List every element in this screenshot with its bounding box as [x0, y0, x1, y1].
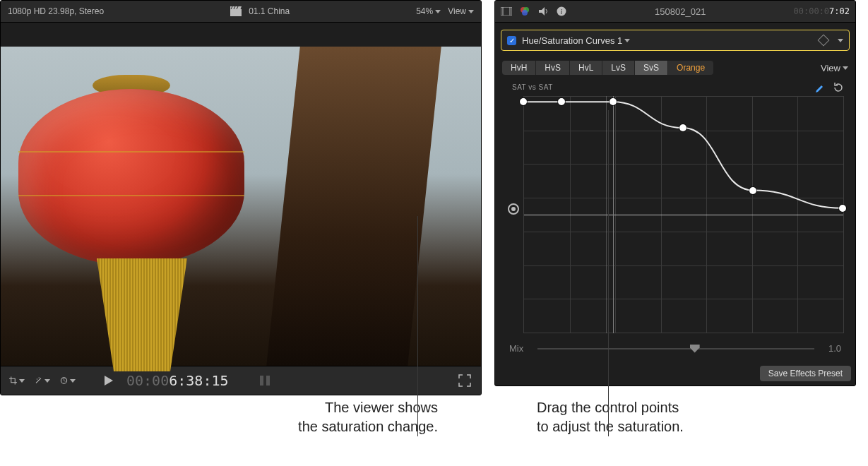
chevron-down-icon: [70, 379, 76, 383]
callout-right: Drag the control points to adjust the sa…: [537, 398, 819, 436]
callout-leader-left: [417, 216, 418, 436]
effect-header[interactable]: ✓ Hue/Saturation Curves 1: [501, 30, 850, 51]
inspector-topbar: i 150802_021 00:00:07:02: [495, 1, 855, 23]
audio-inspector-icon[interactable]: [537, 6, 549, 17]
info-inspector-icon[interactable]: i: [556, 6, 567, 17]
curve-label: SAT vs SAT: [512, 83, 553, 91]
retime-menu[interactable]: [60, 373, 76, 388]
mix-row: Mix 1.0: [495, 340, 855, 357]
tab-hvl[interactable]: HvL: [570, 61, 602, 75]
clip-format: 1080p HD 23.98p, Stereo: [8, 6, 104, 16]
tab-lvs[interactable]: LvS: [602, 61, 635, 75]
viewer-canvas[interactable]: [1, 47, 481, 366]
clip-name: 01.1 China: [249, 6, 290, 16]
svg-point-5: [37, 378, 37, 379]
viewer-panel: 1080p HD 23.98p, Stereo 01.1 China 54% V…: [0, 0, 482, 395]
svg-rect-10: [266, 376, 270, 386]
chevron-down-icon: [19, 379, 25, 383]
svg-marker-17: [539, 7, 545, 16]
video-inspector-icon[interactable]: [501, 6, 512, 17]
curve-control-point[interactable]: [520, 98, 527, 105]
inspector-view-menu[interactable]: View: [821, 63, 848, 73]
svg-rect-9: [260, 376, 263, 386]
mix-slider[interactable]: [537, 344, 814, 354]
svg-point-6: [39, 377, 40, 378]
effect-name-menu[interactable]: Hue/Saturation Curves 1: [522, 35, 630, 46]
inspector-panel: i 150802_021 00:00:07:02 ✓ Hue/Saturatio…: [494, 0, 856, 386]
viewer-timecode[interactable]: 00:006:38:15: [126, 372, 229, 389]
curve-control-point[interactable]: [839, 205, 846, 212]
callout-left: The viewer shows the saturation change.: [155, 398, 438, 436]
viewer-bottombar: 00:006:38:15: [1, 366, 481, 395]
svg-rect-11: [501, 7, 512, 16]
curve-control-point[interactable]: [749, 187, 756, 194]
chevron-down-icon: [435, 10, 441, 13]
chevron-down-icon: [624, 39, 630, 42]
tab-hvs[interactable]: HvS: [536, 61, 570, 75]
viewer-topbar: 1080p HD 23.98p, Stereo 01.1 China 54% V…: [1, 1, 481, 23]
curve-control-point[interactable]: [679, 124, 686, 131]
effect-enable-checkbox[interactable]: ✓: [507, 36, 516, 45]
tab-svs[interactable]: SvS: [635, 61, 668, 75]
chevron-down-icon: [44, 379, 50, 383]
reset-button[interactable]: [833, 82, 844, 95]
axis-origin-marker: [508, 203, 519, 215]
inspector-timecode: 00:00:07:02: [794, 6, 850, 16]
crop-menu[interactable]: [9, 373, 25, 388]
audio-meter: [258, 373, 273, 389]
keyframe-button[interactable]: [818, 35, 830, 47]
curve-control-point[interactable]: [610, 98, 617, 105]
curve-control-point[interactable]: [558, 98, 565, 105]
svg-rect-0: [230, 9, 242, 16]
mix-value[interactable]: 1.0: [828, 343, 841, 354]
enhance-menu[interactable]: [35, 373, 50, 388]
curve-tabs: HvH HvS HvL LvS SvS Orange View: [495, 58, 855, 78]
svg-point-16: [522, 10, 528, 16]
chevron-down-icon: [468, 10, 474, 13]
mix-label: Mix: [509, 343, 523, 354]
chevron-down-icon[interactable]: [838, 39, 843, 42]
eyedropper-button[interactable]: [814, 82, 826, 95]
zoom-menu[interactable]: 54%: [416, 6, 441, 16]
clapper-icon: [230, 6, 242, 17]
viewer-view-menu[interactable]: View: [448, 6, 474, 16]
tab-hvh[interactable]: HvH: [502, 61, 536, 75]
save-preset-button[interactable]: Save Effects Preset: [760, 366, 851, 381]
chevron-down-icon: [843, 66, 848, 70]
play-button[interactable]: [101, 373, 117, 388]
svg-text:i: i: [561, 8, 563, 16]
color-inspector-icon[interactable]: [519, 6, 530, 17]
inspector-clip-name: 150802_021: [574, 6, 787, 17]
tab-orange[interactable]: Orange: [668, 61, 713, 75]
fullscreen-button[interactable]: [457, 373, 472, 388]
svg-marker-8: [105, 376, 113, 386]
curve-editor[interactable]: SAT vs SAT: [502, 82, 848, 336]
